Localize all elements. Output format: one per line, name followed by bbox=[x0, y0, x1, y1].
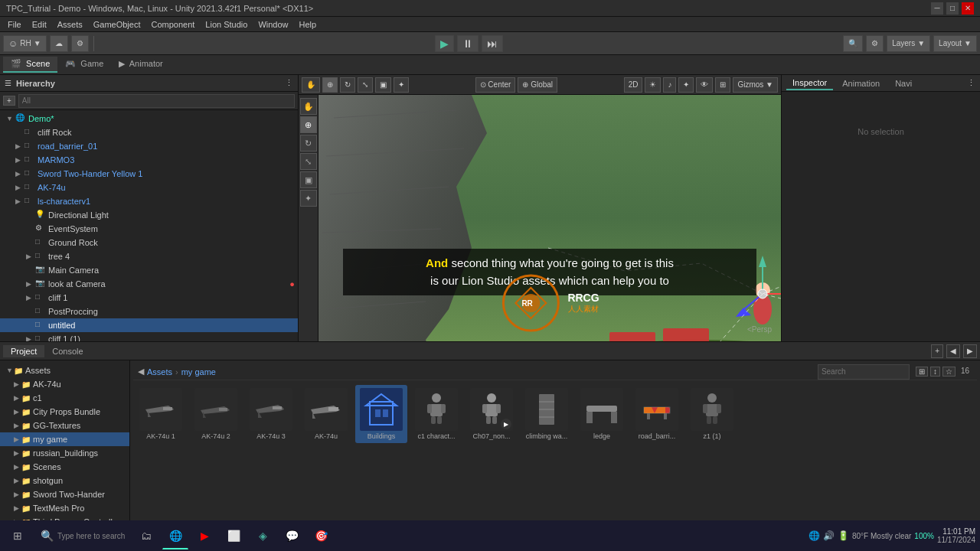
search-toolbar-button[interactable]: 🔍 bbox=[843, 35, 863, 52]
taskbar-extra1[interactable]: 🎯 bbox=[308, 522, 334, 549]
tab-animator[interactable]: ▶ Animator bbox=[111, 57, 170, 73]
ft-textmesh[interactable]: ▶ 📁 TextMesh Pro bbox=[0, 501, 129, 515]
scene-tool-scale[interactable]: ⤡ bbox=[300, 153, 317, 170]
tab-console[interactable]: Console bbox=[44, 345, 90, 357]
inspector-tab-navi[interactable]: Navi bbox=[889, 77, 918, 90]
asset-item-ledge[interactable]: ledge bbox=[576, 385, 628, 443]
maximize-button[interactable]: □ bbox=[946, 2, 959, 15]
ft-sword[interactable]: ▶ 📁 Sword Two-Hander bbox=[0, 487, 129, 501]
hierarchy-item-maincamera[interactable]: 📷 Main Camera bbox=[0, 263, 298, 277]
ft-city-props[interactable]: ▶ 📁 City Props Bundle bbox=[0, 405, 129, 419]
menu-edit[interactable]: Edit bbox=[28, 18, 51, 31]
ft-shotgun[interactable]: ▶ 📁 shotgun bbox=[0, 474, 129, 487]
scene-transform-tool[interactable]: ✦ bbox=[394, 77, 409, 93]
scene-overlay-button[interactable]: ⊞ bbox=[715, 77, 730, 93]
scene-hand-tool[interactable]: ✋ bbox=[302, 77, 320, 93]
hierarchy-item-untitled[interactable]: □ untitled bbox=[0, 318, 298, 332]
layout-button[interactable]: Layout▼ bbox=[933, 35, 977, 52]
project-nav-back[interactable]: ◀ bbox=[946, 344, 960, 358]
scene-tool-rotate[interactable]: ↻ bbox=[300, 135, 317, 152]
menu-help[interactable]: Help bbox=[295, 18, 322, 31]
taskbar-discord[interactable]: 💬 bbox=[279, 522, 305, 549]
menu-component[interactable]: Component bbox=[146, 18, 199, 31]
scene-gizmos-button[interactable]: Gizmos ▼ bbox=[733, 77, 778, 93]
hierarchy-item-tree4[interactable]: ▶ □ tree 4 bbox=[0, 249, 298, 263]
taskbar-chrome[interactable]: 🌐 bbox=[162, 522, 188, 549]
ft-ak74u[interactable]: ▶ 📁 AK-74u bbox=[0, 377, 129, 391]
scene-tool-hand[interactable]: ✋ bbox=[300, 98, 317, 115]
hierarchy-item-postproc[interactable]: □ PostProccing bbox=[0, 305, 298, 318]
play-button[interactable]: ▶ bbox=[435, 35, 454, 52]
asset-filter-button[interactable]: ☆ bbox=[942, 367, 956, 377]
ft-scenes[interactable]: ▶ 📁 Scenes bbox=[0, 460, 129, 474]
cloud-button[interactable]: ☁ bbox=[50, 35, 68, 52]
pause-button[interactable]: ⏸ bbox=[457, 35, 479, 52]
hierarchy-item-character[interactable]: ▶ □ ls-characterv1 bbox=[0, 194, 298, 208]
asset-item-ak74u3[interactable]: AK-74u 3 bbox=[245, 385, 297, 443]
hierarchy-search-input[interactable] bbox=[18, 94, 295, 108]
minimize-button[interactable]: ─ bbox=[931, 2, 943, 15]
inspector-tab-animation[interactable]: Animation bbox=[836, 77, 886, 90]
asset-item-ak74u[interactable]: AK-74u bbox=[300, 385, 352, 443]
menu-file[interactable]: File bbox=[3, 18, 26, 31]
ft-gg-textures[interactable]: ▶ 📁 GG-Textures bbox=[0, 419, 129, 432]
menu-window[interactable]: Window bbox=[253, 18, 292, 31]
scene-hidden-button[interactable]: 👁 bbox=[696, 77, 713, 93]
scene-move-tool[interactable]: ⊕ bbox=[322, 77, 338, 93]
hierarchy-item-marmo3[interactable]: ▶ □ MARMO3 bbox=[0, 153, 298, 167]
project-add-button[interactable]: + bbox=[931, 344, 943, 358]
scene-tool-rect[interactable]: ▣ bbox=[300, 171, 317, 188]
scene-global-toggle[interactable]: ⊕ Global bbox=[518, 77, 557, 93]
asset-item-climbingwall[interactable]: climbing wa... bbox=[521, 385, 573, 443]
asset-item-ak74u2[interactable]: AK-74u 2 bbox=[190, 385, 242, 443]
ft-c1[interactable]: ▶ 📁 c1 bbox=[0, 391, 129, 405]
taskbar-start-button[interactable]: ⊞ bbox=[5, 522, 31, 549]
taskbar-file-explorer[interactable]: 🗂 bbox=[133, 522, 159, 549]
asset-search-input[interactable] bbox=[818, 364, 910, 380]
asset-view-icon-button[interactable]: ⊞ bbox=[916, 367, 928, 377]
asset-item-ch07[interactable]: ▶ Ch07_non... bbox=[466, 385, 518, 443]
hierarchy-item-cliffrock[interactable]: □ cliff Rock bbox=[0, 126, 298, 139]
scene-effects-button[interactable]: ✦ bbox=[678, 77, 694, 93]
scene-pivot-toggle[interactable]: ⊙ Center bbox=[475, 77, 516, 93]
scene-rotate-tool[interactable]: ↻ bbox=[340, 77, 355, 93]
tab-game[interactable]: 🎮 Game bbox=[57, 57, 111, 73]
project-nav-forward[interactable]: ▶ bbox=[963, 344, 977, 358]
menu-gameobject[interactable]: GameObject bbox=[89, 18, 145, 31]
ft-russian-buildings[interactable]: ▶ 📁 russian_buildings bbox=[0, 446, 129, 460]
asset-item-buildings[interactable]: Buildings bbox=[355, 385, 407, 443]
hierarchy-item-ak74u[interactable]: ▶ □ AK-74u bbox=[0, 181, 298, 194]
tab-scene[interactable]: 🎬 Scene bbox=[3, 57, 57, 73]
asset-item-z1[interactable]: z1 (1) bbox=[686, 385, 738, 443]
hierarchy-item-road-barrier[interactable]: ▶ □ road_barrier_01 bbox=[0, 139, 298, 153]
hierarchy-item-eventsystem[interactable]: ⚙ EventSystem bbox=[0, 222, 298, 236]
hierarchy-options-icon[interactable]: ⋮ bbox=[285, 78, 293, 88]
scene-scale-tool[interactable]: ⤡ bbox=[358, 77, 373, 93]
scene-tool-move[interactable]: ⊕ bbox=[300, 116, 317, 133]
hierarchy-item-dirlight[interactable]: 💡 Directional Light bbox=[0, 208, 298, 222]
scene-tool-custom[interactable]: ✦ bbox=[300, 190, 317, 207]
inspector-options-icon[interactable]: ⋮ bbox=[967, 78, 975, 88]
scene-rect-tool[interactable]: ▣ bbox=[375, 77, 391, 93]
hierarchy-add-button[interactable]: + bbox=[3, 96, 15, 106]
menu-lionstudio[interactable]: Lion Studio bbox=[201, 18, 252, 31]
account-button[interactable]: ☺ RH ▼ bbox=[3, 35, 47, 52]
path-back-icon[interactable]: ◀ bbox=[138, 367, 144, 377]
step-button[interactable]: ⏭ bbox=[482, 35, 503, 52]
menu-assets[interactable]: Assets bbox=[53, 18, 87, 31]
asset-item-c1character[interactable]: c1 charact... bbox=[410, 385, 462, 443]
asset-sort-button[interactable]: ↕ bbox=[930, 367, 940, 377]
hierarchy-item-cliff1-1[interactable]: ▶ □ cliff 1 (1) bbox=[0, 332, 298, 341]
asset-item-roadbarrier[interactable]: road_barri... bbox=[631, 385, 683, 443]
scene-view[interactable]: <Persp And second thing what you're goin… bbox=[318, 95, 781, 341]
close-button[interactable]: ✕ bbox=[962, 2, 974, 15]
taskbar-search[interactable]: 🔍 Type here to search bbox=[34, 522, 130, 549]
tab-project[interactable]: Project bbox=[3, 345, 44, 357]
inspector-tab-inspector[interactable]: Inspector bbox=[786, 77, 833, 90]
hierarchy-item-groundrock[interactable]: □ Ground Rock bbox=[0, 236, 298, 249]
taskbar-vscode[interactable]: ◈ bbox=[250, 522, 276, 549]
scene-2d-button[interactable]: 2D bbox=[624, 77, 643, 93]
path-mygame-link[interactable]: my game bbox=[181, 367, 216, 377]
scene-audio-button[interactable]: ♪ bbox=[663, 77, 676, 93]
asset-item-ak74u1[interactable]: AK-74u 1 bbox=[135, 385, 187, 443]
